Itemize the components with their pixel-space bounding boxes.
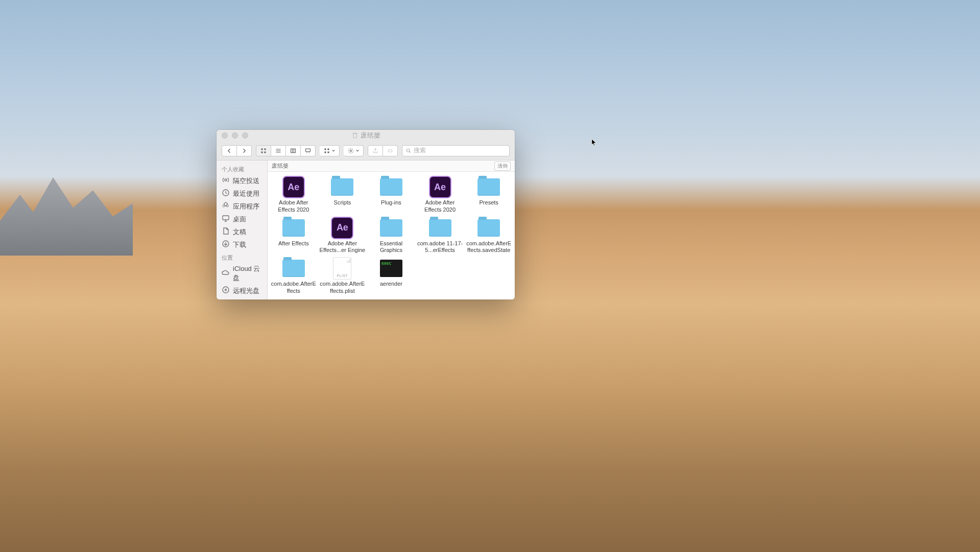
sidebar-item-apps[interactable]: 应用程序 xyxy=(217,200,267,213)
chevron-down-icon xyxy=(355,148,360,154)
file-item[interactable]: Essential Graphics xyxy=(367,218,415,255)
file-label: Plug-ins xyxy=(381,199,401,206)
search-placeholder: 搜索 xyxy=(414,146,426,155)
plist-file-icon: PLIST xyxy=(333,257,351,280)
titlebar[interactable]: 废纸篓 xyxy=(217,130,515,141)
desktop-wallpaper: 废纸篓 xyxy=(0,0,980,552)
trash-icon xyxy=(351,132,358,139)
file-label: Presets xyxy=(480,199,498,206)
file-item[interactable]: Presets xyxy=(465,177,513,214)
file-item[interactable]: execaerender xyxy=(367,258,415,295)
sidebar[interactable]: 个人收藏隔空投送最近使用应用程序桌面文稿下载位置iCloud 云盘远程光盘标签红… xyxy=(217,160,268,300)
back-button[interactable] xyxy=(222,145,237,156)
folder-icon xyxy=(282,260,305,277)
toolbar: 搜索 xyxy=(217,141,515,160)
arrange-group xyxy=(320,145,340,156)
search-field[interactable]: 搜索 xyxy=(402,145,510,156)
folder-icon xyxy=(429,219,451,237)
file-item[interactable]: com.adobe.AfterEffects.savedState xyxy=(465,218,513,255)
desktop-icon xyxy=(222,214,230,224)
sidebar-item-desktop[interactable]: 桌面 xyxy=(217,213,267,225)
forward-button[interactable] xyxy=(237,145,252,156)
sidebar-item-downloads[interactable]: 下载 xyxy=(217,238,267,251)
sidebar-heading: 位置 xyxy=(217,251,267,263)
icloud-icon xyxy=(222,269,230,279)
sidebar-item-airdrop[interactable]: 隔空投送 xyxy=(217,174,267,187)
finder-window: 废纸篓 xyxy=(217,130,515,300)
sidebar-heading: 标签 xyxy=(217,297,267,300)
svg-rect-5 xyxy=(306,149,310,151)
file-label: aerender xyxy=(380,281,402,288)
file-label: After Effects xyxy=(278,240,309,247)
action-group xyxy=(344,145,364,156)
icon-grid[interactable]: AeAdobe After Effects 2020ScriptsPlug-in… xyxy=(268,172,515,300)
svg-rect-1 xyxy=(265,148,266,150)
folder-icon xyxy=(380,219,402,237)
file-item[interactable]: com.adobe.AfterEffects xyxy=(270,258,318,295)
folder-icon xyxy=(331,178,353,196)
share-icon xyxy=(372,148,379,154)
sidebar-item-label: 文稿 xyxy=(233,227,246,237)
view-buttons xyxy=(256,145,316,156)
folder-icon xyxy=(282,219,305,237)
file-item[interactable]: After Effects xyxy=(270,218,318,255)
sidebar-item-label: 应用程序 xyxy=(233,202,259,211)
svg-rect-8 xyxy=(325,151,326,153)
mouse-cursor xyxy=(591,139,597,147)
svg-rect-15 xyxy=(223,216,229,220)
folder-icon xyxy=(477,178,500,196)
file-item[interactable]: Plug-ins xyxy=(367,177,415,214)
svg-rect-2 xyxy=(261,151,263,153)
sidebar-item-label: 隔空投送 xyxy=(233,176,259,186)
chevron-down-icon xyxy=(331,148,336,154)
svg-point-18 xyxy=(225,289,227,291)
icon-view-button[interactable] xyxy=(256,145,271,156)
file-label: Scripts xyxy=(334,199,351,206)
sidebar-item-disc[interactable]: 远程光盘 xyxy=(217,284,267,297)
file-label: com.adobe.AfterEffects.plist xyxy=(319,281,365,295)
file-item[interactable]: AeAdobe After Effects...er Engine xyxy=(319,218,367,255)
file-item[interactable]: Scripts xyxy=(319,177,367,214)
svg-rect-9 xyxy=(328,151,329,153)
sidebar-item-label: 桌面 xyxy=(233,215,246,224)
arrange-button[interactable] xyxy=(320,145,340,156)
file-item[interactable]: AeAdobe After Effects 2020 xyxy=(416,177,464,214)
sidebar-heading: 个人收藏 xyxy=(217,163,267,174)
svg-rect-6 xyxy=(325,148,326,150)
sidebar-item-docs[interactable]: 文稿 xyxy=(217,225,267,238)
svg-rect-4 xyxy=(291,149,296,153)
airdrop-icon xyxy=(222,176,230,186)
column-view-button[interactable] xyxy=(286,145,301,156)
folder-icon xyxy=(477,219,500,237)
file-item[interactable]: PLISTcom.adobe.AfterEffects.plist xyxy=(319,258,367,295)
svg-rect-7 xyxy=(328,148,329,150)
action-button[interactable] xyxy=(344,145,364,156)
svg-rect-0 xyxy=(261,148,263,150)
svg-rect-11 xyxy=(388,149,392,152)
ae-app-icon: Ae xyxy=(282,176,305,198)
sidebar-item-clock[interactable]: 最近使用 xyxy=(217,187,267,200)
sidebar-item-label: 下载 xyxy=(233,240,246,249)
window-title-text: 废纸篓 xyxy=(361,131,380,140)
svg-point-17 xyxy=(223,287,229,293)
ae-app-icon: Ae xyxy=(429,176,451,198)
gallery-view-button[interactable] xyxy=(301,145,316,156)
search-icon xyxy=(405,148,412,154)
file-item[interactable]: AeAdobe After Effects 2020 xyxy=(270,177,318,214)
docs-icon xyxy=(222,227,230,237)
clock-icon xyxy=(222,189,230,198)
svg-point-12 xyxy=(407,149,410,152)
share-group xyxy=(368,145,398,156)
file-label: com.adobe.AfterEffects xyxy=(271,281,317,295)
file-item[interactable]: com.adobe 11-17-5...erEffects xyxy=(416,218,464,255)
tags-button[interactable] xyxy=(383,145,398,156)
path-location: 废纸篓 xyxy=(272,162,289,170)
file-label: Essential Graphics xyxy=(368,240,414,255)
downloads-icon xyxy=(222,240,230,249)
path-bar: 废纸篓 清倒 xyxy=(268,160,515,172)
sidebar-item-icloud[interactable]: iCloud 云盘 xyxy=(217,263,267,284)
apps-icon xyxy=(222,201,230,211)
share-button[interactable] xyxy=(368,145,383,156)
empty-trash-button[interactable]: 清倒 xyxy=(494,162,511,171)
list-view-button[interactable] xyxy=(271,145,286,156)
